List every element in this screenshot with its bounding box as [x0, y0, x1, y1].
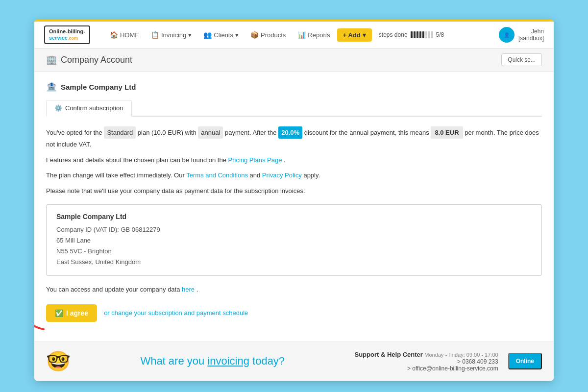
access-post: .	[196, 286, 198, 293]
description-line4: Please note that we'll use your company …	[46, 185, 542, 196]
company-header: 🏦 Sample Company Ltd	[46, 81, 542, 92]
line2-post: .	[284, 156, 286, 164]
nav-right: 👤 Jehn [sandbox]	[499, 27, 544, 43]
invoicing-chevron-icon: ▾	[188, 31, 192, 39]
line1-mid2: payment. After the	[225, 129, 277, 136]
price-highlight: 8.0 EUR	[431, 126, 463, 139]
tagline-post: today?	[249, 355, 285, 367]
tabs: ⚙️ Confirm subscription	[46, 100, 542, 117]
step-bar-7	[428, 31, 430, 38]
card-vat: Company ID (VAT ID): GB 06812279	[56, 224, 532, 235]
steps-count: 5/8	[436, 31, 444, 38]
footer: 🤓 What are you invoicing today? Support …	[34, 342, 554, 381]
agree-section: ✅ I agree or change your subscription an…	[46, 304, 248, 322]
browser-window: Online-billing- service.com 🏠 HOME 📋 Inv…	[34, 20, 554, 381]
page-title-text: Company Account	[61, 55, 132, 65]
mascot-icon: 🤓	[46, 350, 71, 373]
nav-products[interactable]: 📦 Products	[245, 28, 291, 42]
add-label: + Add	[343, 31, 361, 39]
support-phone: > 0368 409 233	[354, 358, 498, 365]
red-arrow-icon	[34, 297, 46, 332]
description-line2: Features and details about the chosen pl…	[46, 154, 542, 166]
support-hours: Monday - Friday: 09:00 - 17:00	[424, 352, 498, 358]
card-address3: East Sussex, United Kingdom	[56, 257, 532, 268]
step-bar-6	[425, 31, 427, 38]
reports-icon: 📊	[297, 31, 306, 39]
add-button[interactable]: + Add ▾	[337, 28, 372, 42]
footer-tagline: What are you invoicing today?	[80, 355, 344, 368]
payment-type-highlight: annual	[198, 126, 223, 139]
line2-pre: Features and details about the chosen pl…	[46, 156, 226, 164]
line3-post: apply.	[303, 172, 320, 179]
logo-com: .com	[68, 36, 78, 41]
tab-icon: ⚙️	[54, 104, 62, 112]
agree-button[interactable]: ✅ I agree	[46, 304, 97, 322]
nav-reports[interactable]: 📊 Reports	[293, 28, 335, 42]
card-company-name: Sample Company Ltd	[56, 213, 532, 220]
step-bar-3	[416, 31, 418, 38]
user-info: Jehn [sandbox]	[518, 28, 544, 42]
steps-bars	[411, 31, 433, 38]
support-title: Support & Help Center	[354, 351, 422, 358]
change-link[interactable]: or change your subscription and payment …	[104, 309, 248, 317]
line1-mid1: plan (10.0 EUR) with	[138, 129, 196, 136]
tab-label: Confirm subscription	[65, 104, 123, 112]
nav-home[interactable]: 🏠 HOME	[105, 28, 144, 42]
access-link[interactable]: here	[182, 286, 195, 293]
discount-highlight: 20.0%	[278, 126, 302, 139]
nav-items: 🏠 HOME 📋 Invoicing ▾ 👥 Clients ▾ 📦 Produ…	[105, 28, 494, 42]
quick-search-button[interactable]: Quick se...	[501, 53, 542, 66]
company-header-icon: 🏦	[46, 81, 57, 92]
description-line3: The plan change will take effect immedia…	[46, 170, 542, 181]
access-line: You can access and update your company d…	[46, 284, 542, 295]
card-address2: N55 5VC - Brighton	[56, 246, 532, 257]
content: 🏦 Sample Company Ltd ⚙️ Confirm subscrip…	[34, 72, 554, 332]
line1-pre: You've opted for the	[46, 129, 102, 136]
user-name: Jehn	[518, 28, 544, 35]
tab-confirm-subscription[interactable]: ⚙️ Confirm subscription	[46, 100, 132, 117]
step-bar-5	[422, 31, 424, 38]
description-line1: You've opted for the Standard plan (10.0…	[46, 126, 542, 150]
invoicing-icon: 📋	[151, 31, 159, 39]
step-bar-4	[419, 31, 421, 38]
navbar: Online-billing- service.com 🏠 HOME 📋 Inv…	[34, 22, 554, 49]
nav-invoicing[interactable]: 📋 Invoicing ▾	[146, 28, 196, 42]
nav-reports-label: Reports	[308, 31, 330, 39]
footer-support: Support & Help Center Monday - Friday: 0…	[354, 351, 498, 372]
step-bar-1	[411, 31, 413, 38]
agree-label: I agree	[66, 309, 88, 317]
step-bar-2	[414, 31, 416, 38]
logo[interactable]: Online-billing- service.com	[44, 25, 90, 44]
plan-highlight: Standard	[104, 126, 136, 139]
line1-mid3: discount for the annual payment, this me…	[304, 129, 429, 136]
user-subtitle: [sandbox]	[518, 35, 544, 42]
company-icon: 🏢	[46, 54, 57, 65]
support-email: > office@online-billing-service.com	[354, 365, 498, 372]
clients-icon: 👥	[203, 31, 212, 39]
company-card: Sample Company Ltd Company ID (VAT ID): …	[46, 204, 542, 276]
steps-label: steps done	[379, 31, 408, 38]
avatar: 👤	[499, 27, 514, 43]
pricing-plans-link[interactable]: Pricing Plans Page	[228, 156, 282, 164]
page-title: 🏢 Company Account	[46, 54, 132, 65]
clients-chevron-icon: ▾	[235, 31, 239, 39]
nav-clients-label: Clients	[214, 31, 233, 39]
steps-done: steps done 5/8	[379, 31, 444, 38]
nav-home-label: HOME	[120, 31, 139, 39]
agree-check-icon: ✅	[55, 309, 63, 317]
logo-text: Online-billing-	[49, 28, 85, 34]
privacy-link[interactable]: Privacy Policy	[262, 172, 302, 179]
online-button[interactable]: Online	[508, 353, 542, 369]
logo-service: service	[49, 35, 68, 41]
home-icon: 🏠	[110, 31, 118, 39]
card-address1: 65 Mill Lane	[56, 235, 532, 246]
access-pre: You can access and update your company d…	[46, 286, 180, 293]
nav-products-label: Products	[261, 31, 286, 39]
tagline-pre: What are you	[140, 355, 207, 367]
page-header: 🏢 Company Account Quick se...	[34, 49, 554, 72]
nav-clients[interactable]: 👥 Clients ▾	[198, 28, 244, 42]
line3-pre: The plan change will take effect immedia…	[46, 172, 185, 179]
terms-link[interactable]: Terms and Conditions	[186, 172, 248, 179]
products-icon: 📦	[250, 31, 259, 39]
line3-mid: and	[250, 172, 261, 179]
